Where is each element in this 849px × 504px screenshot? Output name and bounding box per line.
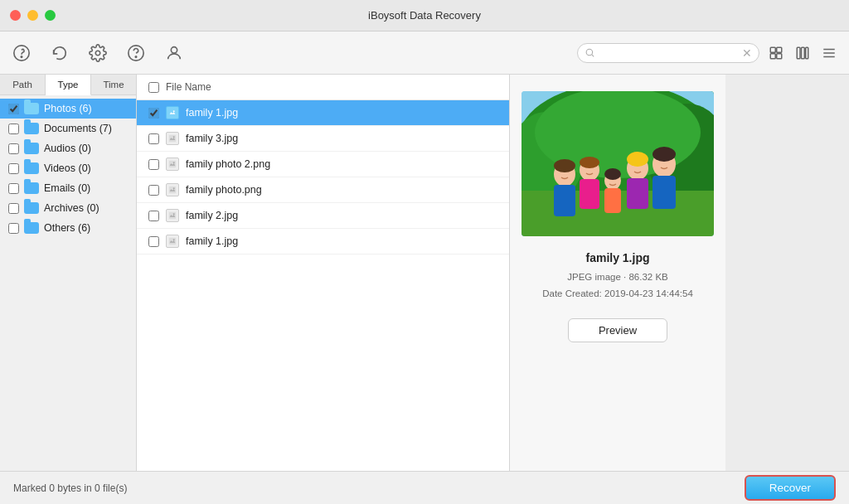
file-list-items: family 1.jpg family 3.jpg family photo 2… [137, 100, 509, 471]
folder-icon [24, 143, 39, 154]
close-button[interactable] [10, 10, 21, 21]
file-type-icon [166, 106, 179, 119]
folder-icon [24, 182, 39, 194]
sidebar-checkbox-audios[interactable] [8, 143, 19, 154]
svg-point-4 [135, 56, 136, 56]
svg-point-1 [21, 56, 22, 56]
svg-point-46 [580, 157, 599, 168]
sidebar-checkbox-others[interactable] [8, 223, 19, 234]
svg-point-20 [173, 136, 175, 138]
file-checkbox-3[interactable] [148, 185, 159, 196]
svg-rect-25 [169, 212, 176, 219]
search-box[interactable]: ✕ [577, 43, 759, 63]
svg-rect-42 [627, 178, 648, 209]
svg-point-22 [173, 162, 175, 163]
svg-rect-36 [554, 185, 575, 216]
sidebar-item-documents[interactable]: Documents (7) [0, 119, 136, 138]
toolbar-right: ✕ [577, 43, 839, 63]
sidebar-item-archives[interactable]: Archives (0) [0, 198, 136, 218]
file-checkbox-4[interactable] [148, 211, 159, 221]
sidebar-item-photos[interactable]: Photos (6) [0, 99, 136, 119]
home-icon[interactable] [10, 41, 33, 65]
status-bar: Marked 0 bytes in 0 file(s) Recover [0, 471, 849, 504]
profile-icon[interactable] [163, 41, 186, 65]
svg-point-49 [653, 147, 676, 162]
tab-path[interactable]: Path [0, 75, 46, 94]
recover-button[interactable]: Recover [745, 475, 836, 501]
sidebar-item-label-archives: Archives (0) [44, 202, 99, 214]
sidebar: Path Type Time Photos (6) Documents (7) … [0, 75, 137, 471]
file-item-5[interactable]: family 1.jpg [137, 229, 509, 254]
svg-point-5 [171, 46, 177, 52]
sidebar-items: Photos (6) Documents (7) Audios (0) Vide… [0, 95, 136, 471]
file-type-icon [166, 183, 179, 196]
sidebar-checkbox-documents[interactable] [8, 124, 19, 134]
sidebar-item-audios[interactable]: Audios (0) [0, 138, 136, 158]
search-input[interactable] [595, 47, 742, 59]
sidebar-item-label-photos: Photos (6) [44, 103, 92, 114]
file-checkbox-5[interactable] [148, 236, 159, 247]
file-type-icon [166, 132, 179, 145]
svg-rect-13 [806, 47, 808, 59]
sidebar-item-label-emails: Emails (0) [44, 182, 90, 194]
svg-rect-10 [777, 53, 782, 58]
preview-meta-line2: Date Created: 2019-04-23 14:44:54 [542, 288, 693, 298]
search-icon [585, 47, 595, 58]
preview-meta-line1: JPEG image · 86.32 KB [567, 272, 667, 282]
toolbar: ✕ [0, 32, 849, 75]
toolbar-left [10, 41, 186, 65]
file-list-header: File Name [137, 75, 509, 100]
file-name-3: family photo.png [186, 184, 262, 196]
help-icon[interactable] [124, 41, 148, 65]
svg-rect-44 [653, 176, 676, 209]
sidebar-checkbox-emails[interactable] [8, 183, 19, 194]
folder-icon [24, 103, 39, 114]
svg-point-28 [173, 239, 175, 240]
back-icon[interactable] [48, 41, 71, 65]
sidebar-item-label-documents: Documents (7) [44, 123, 112, 134]
maximize-button[interactable] [45, 10, 56, 21]
thumbnail-view-icon[interactable] [766, 43, 786, 63]
minimize-button[interactable] [27, 10, 38, 21]
app-title: iBoysoft Data Recovery [368, 9, 481, 22]
preview-meta: JPEG image · 86.32 KB Date Created: 2019… [542, 269, 693, 302]
sidebar-item-others[interactable]: Others (6) [0, 218, 136, 238]
status-text: Marked 0 bytes in 0 file(s) [13, 482, 127, 494]
svg-rect-23 [169, 187, 176, 193]
settings-icon[interactable] [86, 41, 109, 65]
file-checkbox-0[interactable] [148, 108, 159, 119]
list-view-icon[interactable] [819, 43, 839, 63]
window-controls[interactable] [10, 10, 56, 21]
file-item-4[interactable]: family 2.jpg [137, 203, 509, 229]
svg-point-24 [173, 187, 175, 189]
sidebar-item-label-videos: Videos (0) [44, 162, 91, 174]
file-checkbox-2[interactable] [148, 159, 159, 170]
file-checkbox-1[interactable] [148, 133, 159, 144]
search-clear-icon[interactable]: ✕ [742, 46, 752, 60]
tab-time[interactable]: Time [91, 75, 136, 94]
svg-point-6 [586, 49, 592, 55]
file-item-3[interactable]: family photo.png [137, 177, 509, 203]
preview-button[interactable]: Preview [568, 318, 667, 342]
folder-icon [24, 162, 39, 174]
sidebar-checkbox-photos[interactable] [8, 104, 19, 114]
tab-type[interactable]: Type [46, 75, 91, 95]
svg-point-45 [554, 159, 575, 172]
svg-point-48 [627, 152, 648, 167]
svg-rect-19 [169, 135, 176, 142]
sidebar-item-videos[interactable]: Videos (0) [0, 158, 136, 178]
sidebar-checkbox-archives[interactable] [8, 203, 19, 214]
file-list-select-all[interactable] [148, 82, 159, 93]
sidebar-item-emails[interactable]: Emails (0) [0, 178, 136, 198]
column-view-icon[interactable] [793, 43, 813, 63]
file-name-5: family 1.jpg [186, 235, 238, 247]
file-item-2[interactable]: family photo 2.png [137, 152, 509, 177]
file-type-icon [166, 235, 179, 248]
file-item-1[interactable]: family 3.jpg [137, 126, 509, 152]
file-item-0[interactable]: family 1.jpg [137, 100, 509, 126]
svg-rect-12 [802, 47, 805, 59]
sidebar-checkbox-videos[interactable] [8, 163, 19, 174]
file-name-4: family 2.jpg [186, 210, 238, 221]
svg-rect-9 [770, 53, 775, 58]
svg-rect-8 [777, 47, 782, 52]
